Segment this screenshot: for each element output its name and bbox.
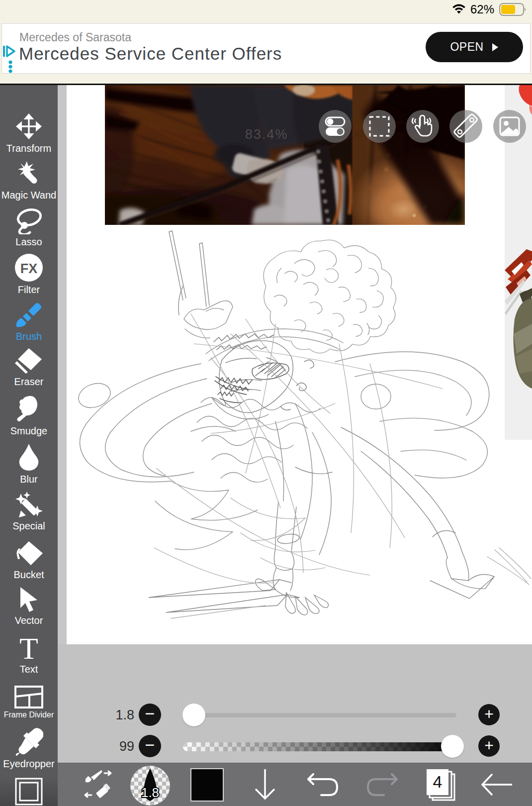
svg-text:T: T (19, 634, 38, 662)
svg-text:4: 4 (433, 772, 443, 791)
svg-text:1.8: 1.8 (141, 785, 159, 800)
svg-text:FX: FX (20, 261, 38, 276)
